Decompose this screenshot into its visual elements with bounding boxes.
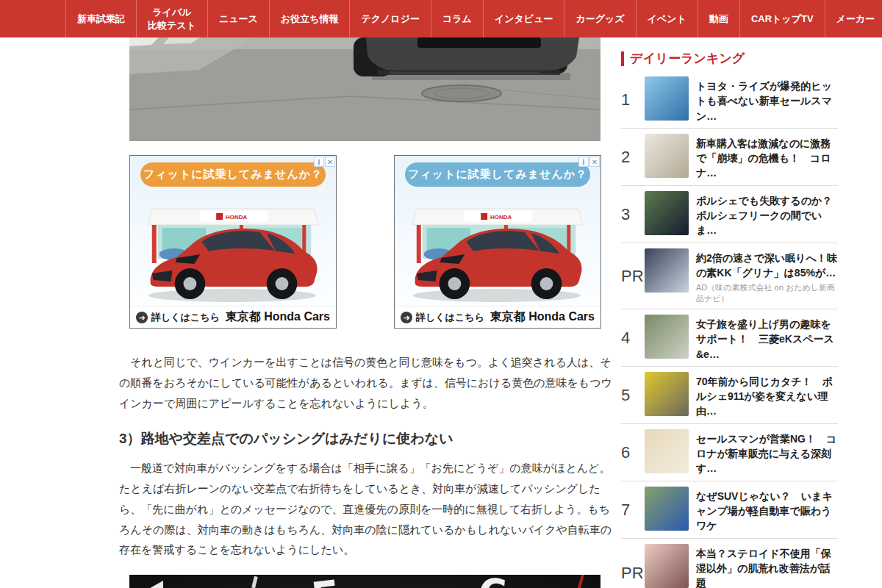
ranking-item-title: セールスマンが営業NG！ コロナが新車販売に与える深刻す… (696, 431, 838, 476)
article-paragraph: それと同じで、ウインカーを出すことは信号の黄色と同じ意味をもつ。よく追突される人… (119, 352, 617, 413)
ranking-item-title: 約2倍の速さで深い眠りへ！味の素KK「グリナ」は85%が… (696, 251, 838, 281)
nav-item[interactable]: お役立ち情報 (270, 0, 351, 37)
nav-item[interactable]: イベント (637, 0, 698, 37)
rank-number: 1 (621, 90, 645, 110)
ranking-item-title: 本当？ステロイド不使用「保湿以外」の肌荒れ改善法が話題 (696, 546, 838, 588)
nav-item[interactable]: CARトップTV (740, 0, 825, 37)
article-hero-photo (129, 37, 600, 141)
ad-banner: フィットに試乗してみませんか？ (140, 162, 326, 187)
ad-info-icon[interactable]: i (578, 157, 589, 167)
section-heading: 3）路地や交差点でのパッシングはみだりに使わない (119, 429, 617, 448)
ad-footer: ➜ 詳しくはこちら 東京都 Honda Cars (130, 306, 336, 328)
rank-number: PR (621, 267, 645, 286)
article-column: i ✕ フィットに試乗してみませんか？ HONDA (119, 37, 617, 588)
page-body: i ✕ フィットに試乗してみませんか？ HONDA (0, 37, 882, 588)
gauge-digit: 5 (308, 575, 345, 588)
ranking-item-title: トヨタ・ライズが爆発的ヒットも喜べない新車セールスマン… (696, 79, 838, 123)
rank-number: 4 (621, 329, 645, 348)
ad-banner: フィットに試乗してみませんか？ (405, 162, 590, 187)
rank-number: 3 (621, 205, 645, 224)
ad-brand-label: 東京都 Honda Cars (490, 309, 595, 325)
ranking-item-thumbnail (645, 544, 689, 588)
ad-row: i ✕ フィットに試乗してみませんか？ HONDA (129, 155, 601, 329)
svg-text:HONDA: HONDA (490, 214, 512, 220)
ad-info-icon[interactable]: i (314, 157, 324, 167)
gauge-digit: 6 (475, 575, 511, 588)
ranking-item[interactable]: 2 新車購入客は激減なのに激務で「崩壊」の危機も！ コロナ… (621, 129, 838, 186)
ranking-item[interactable]: 6 セールスマンが営業NG！ コロナが新車販売に与える深刻す… (621, 424, 838, 481)
ranking-item[interactable]: 5 70年前から同じカタチ！ ポルシェ911が姿を変えない理由… (621, 367, 838, 424)
rank-number: 7 (621, 501, 645, 520)
arrow-icon: ➜ (401, 312, 412, 323)
asphalt-road-photo (129, 37, 600, 141)
ranking-item[interactable]: 1 トヨタ・ライズが爆発的ヒットも喜べない新車セールスマン… (621, 71, 838, 129)
ad-cta-label: 詳しくはこちら (151, 311, 220, 324)
ranking-item-title: 新車購入客は激減なのに激務で「崩壊」の危機も！ コロナ… (696, 136, 838, 181)
nav-item[interactable]: 動画 (698, 0, 740, 37)
article-paragraph: 一般道で対向車がパッシングをする場合は「相手に譲る」「お先にどうぞ」の意味がほと… (119, 458, 617, 560)
ranking-sidebar: デイリーランキング 1 トヨタ・ライズが爆発的ヒットも喜べない新車セールスマン…… (621, 37, 838, 588)
ad-choice-icons: i ✕ (578, 157, 600, 167)
ranking-item-thumbnail (645, 487, 689, 531)
ranking-item[interactable]: PR 約2倍の速さで深い眠りへ！味の素KK「グリナ」は85%が… AD（味の素株… (621, 243, 838, 309)
ranking-item[interactable]: 7 なぜSUVじゃない？ いまキャンプ場が軽自動車で賑わうワケ (621, 481, 838, 539)
rank-number: 5 (621, 386, 645, 405)
honda-fit-ad-orange[interactable]: i ✕ フィットに試乗してみませんか？ HONDA (129, 155, 337, 329)
rank-number: PR (621, 564, 645, 583)
ranking-list: 1 トヨタ・ライズが爆発的ヒットも喜べない新車セールスマン… 2 新車購入客は激… (621, 71, 838, 588)
nav-item[interactable]: テクノロジー (350, 0, 431, 37)
nav-logo-area (0, 0, 66, 37)
ad-brand-label: 東京都 Honda Cars (226, 309, 330, 325)
ranking-item-body: 女子旅を盛り上げ男の趣味をサポート！ 三菱eKスペース&e… (696, 315, 838, 362)
ranking-item-body: トヨタ・ライズが爆発的ヒットも喜べない新車セールスマン… (696, 76, 838, 123)
honda-fit-illustration: HONDA (395, 187, 600, 306)
ranking-item-thumbnail (645, 372, 689, 416)
ad-footer: ➜ 詳しくはこちら 東京都 Honda Cars (395, 306, 600, 328)
nav-item[interactable]: 新車試乗記 (66, 0, 137, 37)
ad-cta-label: 詳しくはこちら (416, 311, 484, 324)
ad-close-icon[interactable]: ✕ (325, 157, 335, 167)
gauge-cluster-photo: 5 6 (129, 575, 600, 588)
nav-item[interactable]: カーグッズ (564, 0, 636, 37)
ranking-item-title: 女子旅を盛り上げ男の趣味をサポート！ 三菱eKスペース&e… (696, 317, 838, 362)
ranking-title-row: デイリーランキング (621, 50, 838, 67)
nav-item[interactable]: ニュース (208, 0, 270, 37)
arrow-icon: ➜ (136, 312, 148, 323)
honda-fit-illustration: HONDA (130, 187, 336, 306)
ranking-item-ad-label: AD（味の素株式会社 on おためし新商品ナビ） (696, 282, 838, 304)
ranking-title: デイリーランキング (630, 50, 745, 67)
ranking-item-body: 新車購入客は激減なのに激務で「崩壊」の危機も！ コロナ… (696, 134, 838, 181)
ranking-item-body: 本当？ステロイド不使用「保湿以外」の肌荒れ改善法が話題 AD（アトピスマイル） (696, 544, 838, 588)
ranking-item-body: ポルシェでも失敗するのか？ポルシェフリークの間でいま… (696, 191, 838, 238)
ranking-item-thumbnail (645, 191, 689, 235)
ranking-item[interactable]: 3 ポルシェでも失敗するのか？ポルシェフリークの間でいま… (621, 186, 838, 243)
ranking-item-title: ポルシェでも失敗するのか？ポルシェフリークの間でいま… (696, 193, 838, 238)
ranking-item-title: 70年前から同じカタチ！ ポルシェ911が姿を変えない理由… (696, 374, 838, 419)
ranking-item-body: 70年前から同じカタチ！ ポルシェ911が姿を変えない理由… (696, 372, 838, 419)
nav-item[interactable]: コラム (431, 0, 484, 37)
rank-number: 2 (621, 148, 645, 167)
ad-choice-icons: i ✕ (314, 157, 335, 167)
main-nav: 新車試乗記 ライバル 比較テスト ニュース お役立ち情報 テクノロジー コラム … (0, 0, 882, 37)
ranking-item-thumbnail (645, 429, 689, 473)
ranking-item-title: なぜSUVじゃない？ いまキャンプ場が軽自動車で賑わうワケ (696, 489, 838, 534)
ranking-item-body: セールスマンが営業NG！ コロナが新車販売に与える深刻す… (696, 429, 838, 476)
ad-cta-link[interactable]: ➜ 詳しくはこちら (401, 311, 484, 324)
ranking-item-thumbnail (645, 76, 689, 121)
ranking-item[interactable]: PR 本当？ステロイド不使用「保湿以外」の肌荒れ改善法が話題 AD（アトピスマイ… (621, 539, 838, 588)
nav-item[interactable]: インタビュー (484, 0, 565, 37)
rank-number: 6 (621, 443, 645, 462)
ad-close-icon[interactable]: ✕ (589, 157, 600, 167)
ranking-item-thumbnail (645, 248, 689, 293)
ad-cta-link[interactable]: ➜ 詳しくはこちら (136, 311, 220, 324)
svg-text:HONDA: HONDA (226, 214, 247, 220)
ranking-item-thumbnail (645, 315, 689, 359)
ranking-item-body: 約2倍の速さで深い眠りへ！味の素KK「グリナ」は85%が… AD（味の素株式会社… (696, 248, 838, 304)
nav-item[interactable]: メーカー (825, 0, 882, 37)
ranking-item-thumbnail (645, 134, 689, 178)
nav-item[interactable]: ライバル 比較テスト (137, 0, 208, 37)
ranking-item-body: なぜSUVじゃない？ いまキャンプ場が軽自動車で賑わうワケ (696, 487, 838, 534)
ranking-item[interactable]: 4 女子旅を盛り上げ男の趣味をサポート！ 三菱eKスペース&e… (621, 309, 838, 367)
honda-fit-ad-blue[interactable]: i ✕ フィットに試乗してみませんか？ HONDA (394, 155, 601, 329)
ranking-accent-bar (621, 51, 624, 66)
